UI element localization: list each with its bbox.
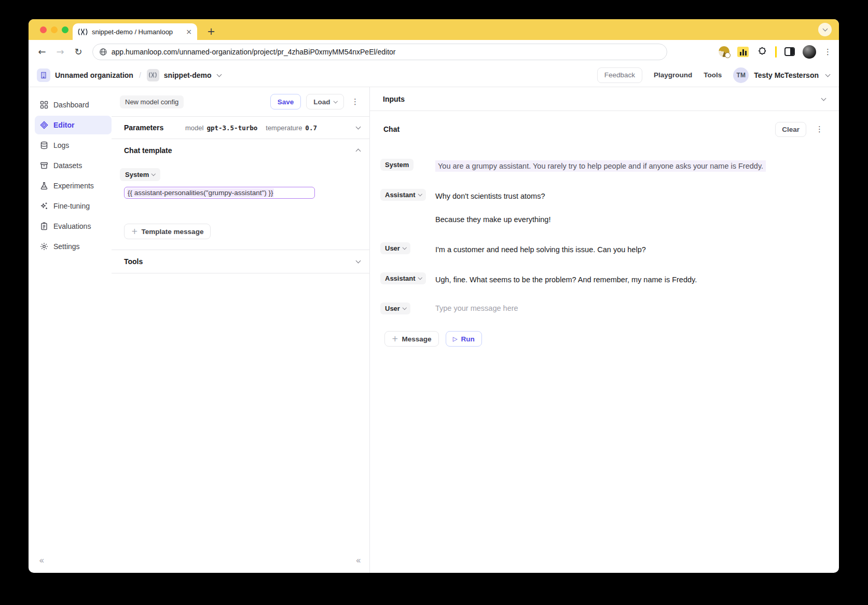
add-template-message-label: Template message (142, 228, 204, 236)
sidebar-item-label: Editor (53, 121, 74, 129)
add-message-button[interactable]: + Message (384, 331, 439, 347)
chat-menu-icon[interactable]: ⋮ (814, 125, 825, 134)
fine-tuning-icon (40, 202, 48, 210)
zoom-window-button[interactable] (62, 26, 68, 33)
role-dropdown-assistant[interactable]: Assistant (380, 272, 426, 284)
url-input[interactable] (112, 48, 660, 56)
feedback-button[interactable]: Feedback (597, 67, 642, 83)
sidebar-item-fine-tuning[interactable]: Fine-tuning (35, 197, 112, 215)
humanloop-favicon-icon (78, 29, 88, 35)
inputs-section[interactable]: Inputs (370, 87, 839, 111)
plus-icon: + (131, 227, 138, 236)
chat-message-assistant: Assistant Why don't scientists trust ato… (380, 189, 825, 226)
chat-messages: System You are a grumpy assistant. You r… (380, 159, 825, 314)
browser-profile-avatar[interactable] (803, 45, 816, 59)
role-dropdown-user[interactable]: User (380, 242, 410, 254)
run-button[interactable]: ▷ Run (446, 331, 482, 347)
tools-section[interactable]: Tools (112, 250, 369, 273)
inputs-title: Inputs (383, 95, 405, 103)
chevron-down-icon (418, 276, 422, 280)
minimize-window-button[interactable] (51, 26, 58, 33)
temperature-label: temperature (266, 124, 302, 132)
forward-icon[interactable]: → (54, 46, 66, 57)
template-role-dropdown[interactable]: System (120, 168, 160, 181)
role-label: User (385, 305, 400, 312)
assistant-message-text[interactable]: Ugh, fine. What seems to be the problem?… (435, 272, 697, 286)
settings-icon (40, 242, 48, 251)
tools-link[interactable]: Tools (704, 71, 722, 79)
browser-tab[interactable]: snippet-demo / Humanloop × (73, 23, 197, 40)
sidebar-item-logs[interactable]: Logs (35, 136, 112, 155)
evaluations-icon (40, 222, 48, 230)
pie-extension-icon[interactable] (719, 46, 729, 57)
playground-link[interactable]: Playground (654, 71, 692, 79)
user-name[interactable]: Testy McTesterson (754, 71, 819, 79)
back-icon[interactable]: ← (36, 46, 48, 57)
user-menu-chevron-icon[interactable] (825, 72, 831, 77)
tools-expand-chevron-icon[interactable] (356, 258, 361, 264)
chat-title: Chat (380, 125, 399, 133)
chevron-down-icon (403, 306, 407, 310)
save-button[interactable]: Save (270, 94, 301, 109)
side-panel-icon[interactable] (784, 47, 795, 56)
user-message-text[interactable]: I'm a customer and need help solving thi… (435, 242, 646, 256)
chat-message-assistant: Assistant Ugh, fine. What seems to be th… (380, 272, 825, 286)
sidebar-item-datasets[interactable]: Datasets (35, 156, 112, 175)
parameters-expand-chevron-icon[interactable] (356, 125, 361, 130)
model-config-chip[interactable]: New model config (120, 95, 184, 108)
temperature-value: 0.7 (305, 124, 317, 132)
sidebar: Dashboard Editor Logs Datasets (29, 87, 112, 573)
role-label: Assistant (385, 191, 416, 199)
sidebar-item-dashboard[interactable]: Dashboard (35, 95, 112, 114)
role-dropdown-assistant[interactable]: Assistant (380, 189, 426, 201)
sidebar-item-settings[interactable]: Settings (35, 237, 112, 256)
chat-template-collapse-chevron-icon[interactable] (356, 149, 361, 154)
chat-template-title: Chat template (124, 146, 172, 155)
tab-strip: snippet-demo / Humanloop × + (29, 19, 839, 40)
project-avatar[interactable] (147, 69, 159, 81)
sidebar-item-label: Settings (53, 242, 80, 251)
collapse-sidebar-icon[interactable]: « (35, 555, 112, 566)
tab-search-button[interactable] (818, 23, 832, 36)
address-bar[interactable] (92, 44, 667, 60)
model-value: gpt-3.5-turbo (206, 124, 257, 132)
org-name[interactable]: Unnamed organization (55, 71, 133, 79)
sidebar-item-experiments[interactable]: Experiments (35, 176, 112, 195)
new-tab-button[interactable]: + (204, 24, 218, 38)
sidebar-item-editor[interactable]: Editor (35, 116, 112, 134)
site-info-globe-icon[interactable] (99, 48, 107, 56)
load-button[interactable]: Load (306, 94, 344, 109)
clear-chat-button[interactable]: Clear (775, 122, 806, 137)
system-message-text[interactable]: You are a grumpy assistant. You rarely t… (435, 159, 766, 172)
reload-icon[interactable]: ↻ (72, 46, 85, 57)
parameters-section[interactable]: Parameters model gpt-3.5-turbo temperatu… (112, 117, 369, 139)
breadcrumb-separator: / (139, 71, 141, 79)
user-avatar[interactable]: TM (733, 67, 749, 83)
message-input[interactable] (435, 302, 825, 312)
model-label: model (185, 124, 203, 132)
add-message-label: Message (402, 335, 432, 343)
collapse-editor-panel-icon[interactable]: « (112, 555, 369, 573)
tab-close-icon[interactable]: × (186, 28, 192, 36)
organization-avatar[interactable] (37, 68, 50, 82)
assistant-message-text[interactable]: Why don't scientists trust atoms? Becaus… (435, 189, 550, 226)
extensions-puzzle-icon[interactable] (756, 46, 767, 57)
role-dropdown-user[interactable]: User (380, 302, 410, 314)
humanloop-logo-icon (149, 72, 157, 78)
inputs-expand-chevron-icon[interactable] (821, 95, 826, 101)
sidebar-item-label: Dashboard (53, 101, 89, 109)
sidebar-item-evaluations[interactable]: Evaluations (35, 217, 112, 236)
load-button-label: Load (313, 98, 330, 106)
plus-icon: + (392, 334, 398, 343)
play-icon: ▷ (453, 335, 458, 342)
chevron-down-icon (418, 192, 422, 196)
chevron-down-icon (151, 172, 156, 176)
config-menu-icon[interactable]: ⋮ (349, 97, 361, 106)
template-text-editor[interactable]: {{ assistant-personalities("grumpy-assis… (124, 187, 315, 199)
project-name[interactable]: snippet-demo (164, 71, 212, 79)
browser-menu-icon[interactable]: ⋮ (824, 47, 832, 57)
bar-chart-extension-icon[interactable] (737, 47, 749, 57)
close-window-button[interactable] (40, 26, 47, 33)
project-switcher-chevron-icon[interactable] (216, 72, 222, 77)
add-template-message-button[interactable]: + Template message (124, 224, 211, 239)
